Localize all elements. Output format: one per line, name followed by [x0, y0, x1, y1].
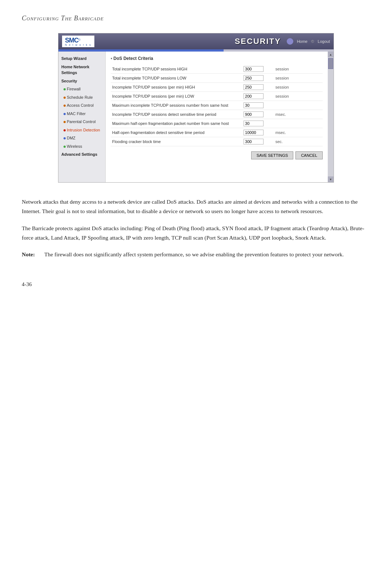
field-unit-4	[274, 101, 323, 110]
field-unit-1: session	[274, 74, 323, 83]
sidebar-item-schedule-rule[interactable]: Schedule Rule	[58, 93, 105, 102]
sidebar-item-security[interactable]: Security	[58, 77, 105, 85]
settings-row-4: Maximum incomplete TCP/UDP sessions numb…	[111, 101, 323, 110]
field-label-1: Total incomplete TCP/UDP sessions LOW	[111, 74, 242, 83]
field-input-cell-5	[242, 110, 274, 119]
settings-row-7: Half-open fragmentation detect sensitive…	[111, 128, 323, 137]
main-layout: Setup Wizard Home NetworkSettings Securi…	[58, 52, 334, 182]
field-input-cell-4	[242, 101, 274, 110]
settings-row-8: Flooding cracker block timesec.	[111, 137, 323, 146]
field-input-7[interactable]	[244, 130, 264, 135]
field-unit-0: session	[274, 65, 323, 74]
body-text: Network attacks that deny access to a ne…	[22, 197, 370, 260]
field-input-cell-6	[242, 119, 274, 128]
field-input-cell-8	[242, 137, 274, 146]
settings-row-1: Total incomplete TCP/UDP sessions LOWses…	[111, 74, 323, 83]
reg-symbol: ©	[78, 38, 81, 41]
sidebar-item-wireless[interactable]: Wireless	[58, 142, 105, 151]
field-label-8: Flooding cracker block time	[111, 137, 242, 146]
sidebar-item-firewall[interactable]: Firewall	[58, 85, 105, 93]
settings-row-0: Total incomplete TCP/UDP sessions HIGHse…	[111, 65, 323, 74]
settings-row-5: Incomplete TCP/UDP sessions detect sensi…	[111, 110, 323, 119]
field-unit-7: msec.	[274, 128, 323, 137]
dot-icon-wireless	[64, 146, 66, 148]
router-frame: SMC© N e t w o r k s SECURITY Home © Log…	[58, 33, 334, 183]
networks-label: N e t w o r k s	[65, 44, 91, 46]
body-paragraph-2: The Barricade protects against DoS attac…	[22, 224, 370, 243]
sidebar-item-mac-filter[interactable]: MAC Filter	[58, 110, 105, 118]
settings-row-2: Incomplete TCP/UDP sessions (per min) HI…	[111, 83, 323, 92]
top-nav: Home © Logout	[287, 38, 330, 45]
field-input-cell-0	[242, 65, 274, 74]
cancel-button[interactable]: CANCEL	[295, 151, 323, 159]
security-title: SECURITY	[235, 37, 281, 46]
field-unit-8: sec.	[274, 137, 323, 146]
dot-icon-firewall	[64, 88, 66, 90]
field-input-cell-3	[242, 92, 274, 101]
field-input-4[interactable]	[244, 102, 264, 108]
field-unit-2: session	[274, 83, 323, 92]
home-nav-link[interactable]: Home	[297, 39, 307, 44]
field-input-2[interactable]	[244, 84, 264, 90]
dot-icon-dmz	[64, 137, 66, 139]
content-area: DoS Detect Criteria Total incomplete TCP…	[106, 52, 328, 182]
brand-name: SMC	[65, 37, 78, 44]
field-input-8[interactable]	[244, 139, 264, 144]
field-unit-6	[274, 119, 323, 128]
field-unit-3: session	[274, 92, 323, 101]
field-label-3: Incomplete TCP/UDP sessions (per min) LO…	[111, 92, 242, 101]
scrollbar[interactable]: ▲ ▼	[328, 52, 334, 182]
settings-row-3: Incomplete TCP/UDP sessions (per min) LO…	[111, 92, 323, 101]
page-title: Configuring the Barricade	[22, 15, 370, 22]
dot-icon-schedule	[64, 97, 66, 99]
field-input-cell-7	[242, 128, 274, 137]
dot-icon-access	[64, 105, 66, 107]
nav-icon	[287, 38, 293, 45]
body-paragraph-1: Network attacks that deny access to a ne…	[22, 197, 370, 216]
field-label-7: Half-open fragmentation detect sensitive…	[111, 128, 242, 137]
field-label-2: Incomplete TCP/UDP sessions (per min) HI…	[111, 83, 242, 92]
settings-row-6: Maximum half-open fragmentation packet n…	[111, 119, 323, 128]
field-label-5: Incomplete TCP/UDP sessions detect sensi…	[111, 110, 242, 119]
top-bar: SMC© N e t w o r k s SECURITY Home © Log…	[58, 33, 334, 49]
sidebar-item-home-network[interactable]: Home NetworkSettings	[58, 63, 105, 77]
scrollbar-up-arrow[interactable]: ▲	[328, 52, 334, 57]
field-input-cell-1	[242, 74, 274, 83]
sidebar-item-advanced-settings[interactable]: Advanced Settings	[58, 150, 105, 159]
logout-nav-link[interactable]: Logout	[318, 39, 330, 44]
page-number: 4-36	[22, 281, 370, 288]
scrollbar-thumb[interactable]	[328, 58, 333, 69]
field-input-5[interactable]	[244, 111, 264, 117]
note-row: Note: The firewall does not significantl…	[22, 250, 370, 259]
sidebar-item-dmz[interactable]: DMZ	[58, 134, 105, 142]
scrollbar-down-arrow[interactable]: ▼	[328, 176, 334, 182]
field-input-cell-2	[242, 83, 274, 92]
field-label-0: Total incomplete TCP/UDP sessions HIGH	[111, 65, 242, 74]
field-unit-5: msec.	[274, 110, 323, 119]
field-input-0[interactable]	[244, 66, 264, 72]
sidebar-item-access-control[interactable]: Access Control	[58, 101, 105, 110]
dot-icon-intrusion	[64, 129, 66, 131]
save-settings-button[interactable]: SAVE SETTINGS	[251, 151, 294, 159]
sidebar-item-parental-control[interactable]: Parental Control	[58, 118, 105, 126]
dos-header: DoS Detect Criteria	[111, 56, 323, 61]
sidebar-item-intrusion-detection[interactable]: Intrusion Detection	[58, 126, 105, 134]
sidebar-item-setup-wizard[interactable]: Setup Wizard	[58, 54, 105, 63]
field-input-3[interactable]	[244, 93, 264, 99]
settings-table: Total incomplete TCP/UDP sessions HIGHse…	[111, 65, 323, 146]
dot-icon-parental	[64, 121, 66, 123]
dot-icon-mac	[64, 113, 66, 115]
field-input-6[interactable]	[244, 121, 264, 126]
note-label: Note:	[22, 250, 40, 259]
smc-logo: SMC© N e t w o r k s	[62, 36, 94, 47]
field-input-1[interactable]	[244, 75, 264, 81]
sidebar: Setup Wizard Home NetworkSettings Securi…	[58, 52, 106, 182]
field-label-4: Maximum incomplete TCP/UDP sessions numb…	[111, 101, 242, 110]
note-content: The firewall does not significantly affe…	[44, 250, 370, 259]
button-row: SAVE SETTINGS CANCEL	[111, 151, 323, 163]
field-label-6: Maximum half-open fragmentation packet n…	[111, 119, 242, 128]
